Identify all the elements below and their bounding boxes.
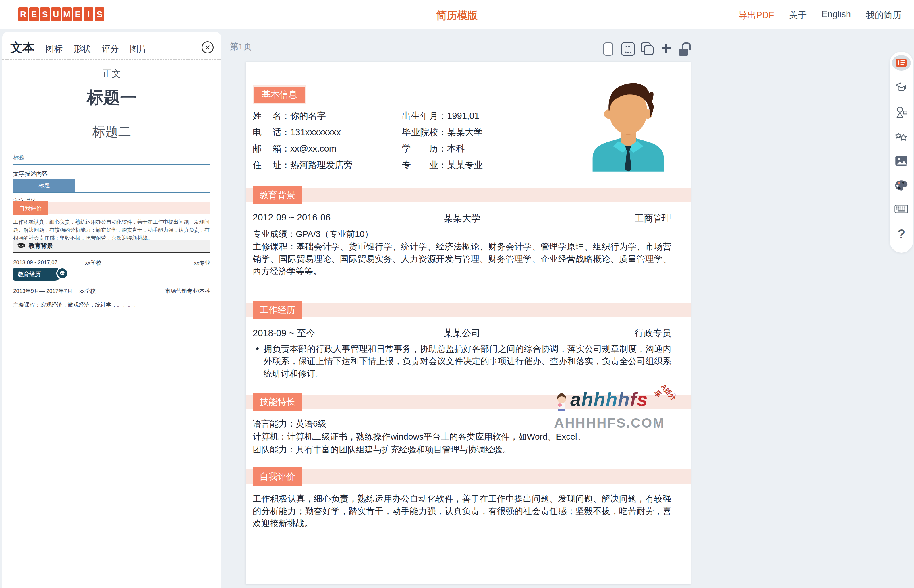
image-icon	[895, 156, 908, 166]
header-nav: 导出PDF 关于 English 我的简历	[738, 9, 901, 21]
add-page-button[interactable]	[660, 42, 672, 54]
language-link[interactable]: English	[822, 9, 851, 21]
tab-images[interactable]: 图片	[130, 43, 147, 55]
info-colon: ：	[438, 144, 447, 153]
elements-panel: 文本 图标 形状 评分 图片 正文 标题一 标题二 标题 文字描述内容 标题 文…	[2, 32, 221, 588]
toolbar-icons-button[interactable]	[895, 82, 908, 93]
watermark: ahhhhfs A姐分享 AHHHHFS.COM	[554, 388, 678, 443]
toolbar-image-button[interactable]	[895, 156, 908, 166]
info-label: 出生年月	[402, 110, 438, 122]
logo-letter: E	[29, 8, 39, 21]
section-strip-education: 教育背景	[245, 188, 691, 202]
section-badge-work: 工作经历	[253, 301, 302, 319]
text-style-heading1[interactable]: 标题一	[11, 86, 212, 109]
logo-letter: U	[51, 8, 61, 21]
resume-page[interactable]: 基本信息 姓名：你的名字 电话：131xxxxxxxx 邮箱：xx@xx.com…	[245, 62, 691, 584]
palette-icon	[895, 180, 908, 191]
logo-letter: S	[40, 8, 50, 21]
page-background-button[interactable]	[603, 42, 614, 56]
my-resume-link[interactable]: 我的简历	[866, 9, 901, 21]
panel-body: 正文 标题一 标题二 标题 文字描述内容 标题 文字描述 自我评价 工作积极认真…	[11, 59, 212, 588]
logo-letter: R	[18, 8, 28, 21]
toolbar-rating-button[interactable]	[895, 131, 908, 143]
close-icon[interactable]	[202, 41, 214, 53]
template-underline	[13, 164, 210, 165]
graduation-cap-icon	[17, 241, 25, 250]
template-underline-title[interactable]: 标题 文字描述内容	[13, 153, 210, 178]
logo-letter: I	[84, 8, 93, 21]
self-eval-text: 工作积极认真，细心负责，熟练运用办公自动化软件，善于在工作中提出问题、发现问题、…	[253, 493, 671, 530]
info-value: 某某大学	[447, 127, 483, 137]
text-style-body[interactable]: 正文	[11, 68, 212, 80]
skill-line: 团队能力：具有丰富的团队组建与扩充经验和项目管理与协调经验。	[253, 443, 671, 456]
template-date: 2013年9月— 2017年7月	[13, 288, 79, 295]
unlock-button[interactable]	[679, 42, 691, 56]
work-bullet: 拥负责本部的行政人事管理和日常事务，协助总监搞好各部门之间的综合协调，落实公司规…	[253, 342, 671, 380]
tab-text[interactable]: 文本	[10, 40, 34, 56]
fit-selection-button[interactable]	[622, 42, 635, 56]
template-date: 2013,09 - 2017,07	[13, 259, 85, 267]
section-badge-self-eval: 自我评价	[253, 467, 302, 486]
toolbar-help-button[interactable]: ?	[898, 227, 905, 241]
section-badge-skills: 技能特长	[253, 393, 302, 411]
toolbar-shapes-button[interactable]	[895, 106, 908, 118]
work-org: 某某公司	[392, 327, 532, 340]
logo-letter: M	[62, 8, 71, 21]
toolbar-theme-button[interactable]	[895, 180, 908, 191]
toolbar-keyboard-button[interactable]	[895, 204, 908, 213]
template-courses: 主修课程：宏观经济，微观经济，统计学，。。。。	[13, 301, 210, 309]
section-strip-work: 工作经历	[245, 303, 691, 317]
template-education-bar[interactable]: 教育背景 2013,09 - 2017,07 xx学校 xx专业	[13, 240, 210, 267]
toolbar-text-button[interactable]	[892, 55, 911, 71]
education-courses: 主修课程：基础会计学、货币银行学、统计学、经济法概论、财务会计学、管理学原理、组…	[253, 240, 671, 277]
watermark-letter: h	[581, 389, 594, 410]
app-header: R E S U M E I S 简历模版 导出PDF 关于 English 我的…	[0, 0, 914, 29]
template-major: xx专业	[194, 259, 210, 267]
education-date: 2012-09 ~ 2016-06	[253, 212, 392, 225]
watermark-letter: h	[618, 389, 630, 410]
info-row: 专业：某某专业	[402, 159, 483, 171]
fit-icon	[625, 46, 631, 53]
page-number-label: 第1页	[230, 41, 252, 53]
education-row: 2012-09 ~ 2016-06 某某大学 工商管理	[253, 212, 671, 225]
template-bar: 教育背景	[13, 240, 210, 253]
info-colon: ：	[438, 160, 447, 170]
education-gpa: 专业成绩：GPA/3（专业前10）	[253, 228, 671, 240]
info-colon: ：	[281, 144, 290, 153]
export-pdf-link[interactable]: 导出PDF	[738, 9, 774, 21]
watermark-tag: A姐分享	[652, 382, 681, 411]
work-role: 行政专员	[532, 327, 671, 340]
info-colon: ：	[438, 127, 447, 137]
template-education-pill[interactable]: 教育经历 2013年9月— 2017年7月 xx学校 市场营销专业/本科 主修课…	[13, 268, 210, 309]
text-style-heading2[interactable]: 标题二	[11, 123, 212, 141]
info-row: 学历：本科	[402, 143, 465, 155]
template-desc: 工作积极认真，细心负责，熟练运用办公自动化软件，善于在工作中提出问题、发现问题、…	[13, 218, 210, 242]
shapes-icon	[895, 106, 908, 118]
info-label: 电话	[253, 126, 281, 138]
info-value: 1991,01	[447, 111, 479, 121]
right-toolbar: ?	[890, 52, 913, 253]
work-date: 2018-09 ~ 至今	[253, 327, 392, 340]
about-link[interactable]: 关于	[789, 9, 807, 21]
template-major: 市场营销专业/本科	[165, 288, 210, 295]
info-colon: ：	[281, 127, 290, 137]
info-row: 毕业院校：某某大学	[402, 126, 483, 138]
template-self-eval[interactable]: 自我评价 工作积极认真，细心负责，熟练运用办公自动化软件，善于在工作中提出问题、…	[13, 202, 210, 242]
watermark-script: ahhhhfs	[570, 388, 648, 410]
info-value: 某某专业	[447, 160, 483, 170]
info-value: 本科	[447, 144, 465, 153]
info-row: 住址：热河路理发店旁	[253, 159, 353, 171]
watermark-letter: a	[570, 389, 581, 410]
page-title: 简历模版	[436, 9, 478, 23]
info-label: 住址	[253, 159, 281, 171]
keyboard-icon	[895, 204, 908, 213]
tab-icons[interactable]: 图标	[45, 43, 63, 55]
tab-rating[interactable]: 评分	[102, 43, 119, 55]
watermark-domain: AHHHHFS.COM	[554, 415, 665, 431]
graduation-cap-icon	[56, 267, 68, 279]
watermark-letter: f	[630, 389, 637, 410]
info-value: xx@xx.com	[290, 144, 336, 153]
tab-shapes[interactable]: 形状	[74, 43, 91, 55]
info-label: 邮箱	[253, 143, 281, 155]
copy-page-button[interactable]	[641, 42, 654, 56]
